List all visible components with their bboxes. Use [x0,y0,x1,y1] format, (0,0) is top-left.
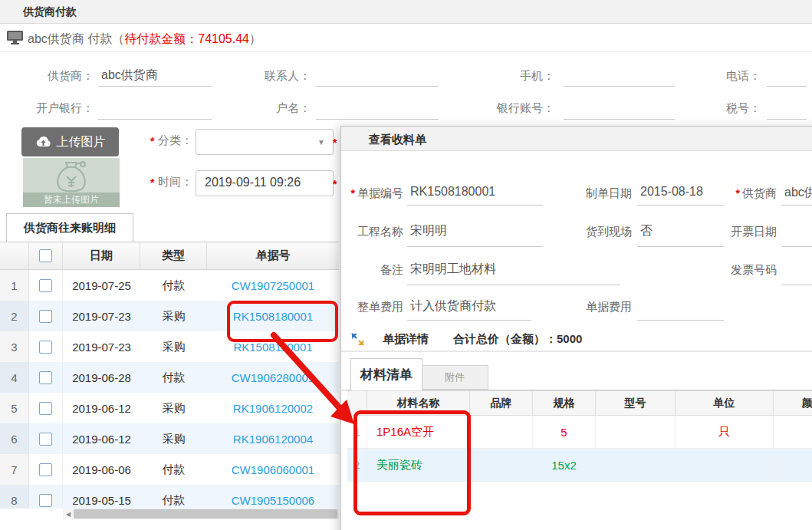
modal-input-invoice-date[interactable] [781,246,812,247]
field-label-mobile: 手机： [475,69,554,84]
modal-value-make-date[interactable]: 2015-08-18 [640,185,703,199]
field-value-supplier[interactable]: abc供货商 [101,67,158,84]
modal-value-project[interactable]: 宋明明 [410,223,447,239]
modal-label-supplier: *供货商 [704,186,777,201]
modal-label-whole-fee: 整单费用 [346,300,403,314]
row-checkbox[interactable] [39,371,52,384]
modal-input-project[interactable] [407,246,543,247]
modal-input-make-date[interactable] [637,205,724,206]
checkbox-cell [29,454,63,485]
page-header-bar [0,0,812,24]
modal-input-invoice-no[interactable] [781,285,812,285]
modal-value-doc-no[interactable]: RK1508180001 [410,185,495,199]
detail-section-label: 单据详情 [383,332,429,347]
cloud-upload-icon [35,136,51,148]
modal-input-supplier[interactable] [781,205,812,206]
checkbox-cell [29,331,63,362]
cell-type: 付款 [140,485,207,509]
cell-brand [470,416,533,448]
tab-attachments[interactable]: 附件 [421,365,488,390]
pending-amount-text: 待付款金额：74105.44 [124,32,249,45]
header-material-name: 材料名称 [367,391,470,415]
scroll-left-arrow-icon[interactable]: ◀ [63,509,74,519]
field-input-mobile[interactable] [564,86,675,87]
cell-model [596,449,676,481]
checkbox-cell [29,362,63,393]
modal-value-arrived[interactable]: 否 [640,223,653,239]
row-checkbox[interactable] [39,433,52,446]
chevron-down-icon: ▼ [317,138,325,146]
row-checkbox[interactable] [39,310,52,323]
modal-input-whole-fee[interactable] [407,320,531,321]
scrollbar-thumb[interactable] [74,509,337,518]
doc-link[interactable]: RK1906120004 [207,423,339,454]
field-input-bank-account[interactable] [564,119,675,120]
doc-link[interactable]: RK1508180001 [207,301,339,331]
doc-link[interactable]: CW1905150006 [207,485,339,509]
field-label-bank: 开户银行： [15,101,94,116]
row-checkbox[interactable] [39,494,52,507]
row-number: 4 [0,362,29,393]
required-asterisk: * [351,187,355,199]
tab-material-list[interactable]: 材料清单 [350,358,422,390]
field-input-supplier[interactable] [98,86,212,87]
payment-summary: abc供货商 付款（待付款金额：74105.44） [28,31,261,48]
cell-brand [470,449,533,481]
field-label-phone: 电话： [682,69,761,84]
category-select[interactable]: ▼ [196,129,334,155]
cell-type: 付款 [140,362,207,393]
cell-type: 付款 [140,454,207,485]
cell-date: 2019-07-23 [63,301,140,331]
cell-material-name: 美丽瓷砖 [367,449,470,481]
field-input-bank[interactable] [98,119,212,120]
tab-supplier-ledger[interactable]: 供货商往来账明细 [6,213,133,242]
time-input[interactable]: 2019-09-11 09:26 [196,170,334,196]
cell-model [596,416,676,448]
header-spec: 规格 [533,391,596,415]
row-checkbox[interactable] [39,463,52,476]
modal-value-remark[interactable]: 宋明明工地材料 [410,262,496,278]
cell-spec: 15x2 [533,449,596,481]
row-number: 3 [0,331,29,362]
field-input-contact[interactable] [316,86,439,87]
header-brand: 品牌 [470,391,533,415]
select-all-checkbox[interactable] [39,249,52,262]
cell-date: 2019-06-28 [63,362,140,393]
row-number: 6 [0,423,29,454]
doc-link[interactable]: RK1906120002 [207,393,339,423]
field-label-account-name: 户名： [230,101,311,116]
doc-link[interactable]: CW1906280001 [207,362,339,393]
modal-input-remark[interactable] [407,285,620,285]
cell-color [774,416,812,448]
doc-link[interactable]: CW1906060001 [207,454,339,485]
horizontal-scrollbar[interactable]: ◀ [63,509,339,519]
header-model: 型号 [596,391,676,415]
field-input-phone[interactable] [767,86,807,87]
field-input-account-name[interactable] [316,119,439,120]
cell-date: 2019-05-15 [63,485,140,509]
modal-value-supplier[interactable]: abc供货商 [784,185,812,201]
doc-link[interactable]: RK1508110001 [207,331,339,362]
modal-input-arrived[interactable] [637,246,724,247]
field-input-tax-no[interactable] [767,119,807,120]
modal-input-doc-no[interactable] [407,205,543,206]
row-checkbox[interactable] [39,402,52,415]
modal-value-whole-fee[interactable]: 计入供货商付款 [410,298,496,314]
required-asterisk: * [333,178,337,190]
placeholder-caption: 暂未上传图片 [23,193,120,207]
time-value: 2019-09-11 09:26 [205,176,301,189]
modal-label-invoice-date: 开票日期 [704,225,777,239]
modal-label-invoice-no: 发票号码 [704,263,777,278]
modal-label-remark: 备注 [346,263,403,278]
header-row-number [0,242,29,269]
row-checkbox[interactable] [39,341,52,354]
row-checkbox[interactable] [39,279,52,292]
doc-link[interactable]: CW1907250001 [207,270,339,301]
field-label-contact: 联系人： [230,69,311,84]
upload-image-button[interactable]: 上传图片 [21,127,119,156]
modal-input-doc-fee[interactable] [637,320,724,321]
cell-date: 2019-06-12 [63,423,140,454]
required-asterisk: * [736,187,740,199]
table-row: 2 2019-07-23 采购 RK1508180001 [0,301,339,331]
table-row: 3 2019-07-23 采购 RK1508110001 [0,331,339,362]
